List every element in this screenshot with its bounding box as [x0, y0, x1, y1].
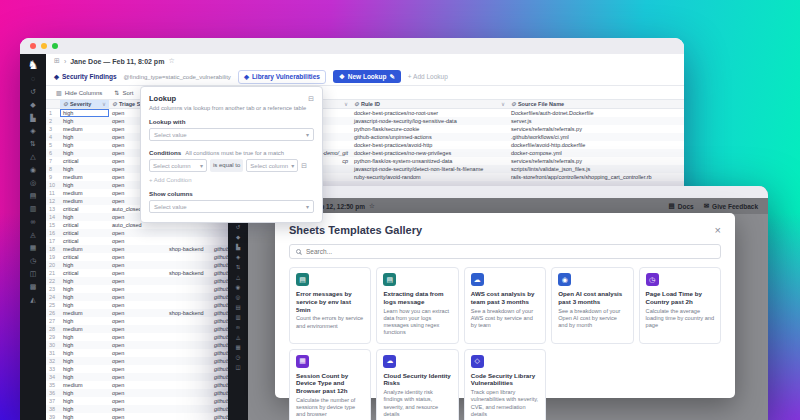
cell-severity[interactable]: high: [60, 133, 109, 141]
cell-service[interactable]: [166, 293, 211, 301]
cell-severity[interactable]: medium: [60, 245, 109, 253]
give-feedback-button[interactable]: ✉ Give Feedback: [704, 202, 758, 210]
cell-severity[interactable]: critical: [60, 269, 109, 277]
cell-rule-id[interactable]: python-flask/os-system-unsanitized-data: [351, 157, 508, 165]
sidebar-nav-icon[interactable]: ↺: [235, 222, 240, 232]
cell-severity[interactable]: critical: [60, 253, 109, 261]
cell-service[interactable]: [166, 397, 211, 405]
cell-triage-status[interactable]: open: [109, 245, 166, 253]
cell-severity[interactable]: medium: [60, 189, 109, 197]
cell-service[interactable]: [166, 381, 211, 389]
cell-triage-status[interactable]: open: [109, 301, 166, 309]
cell-triage-status[interactable]: open: [109, 405, 166, 413]
cell-severity[interactable]: high: [60, 397, 109, 405]
cell-severity[interactable]: medium: [60, 197, 109, 205]
trash-icon[interactable]: ⊟: [301, 162, 307, 170]
sidebar-nav-icon[interactable]: ◬: [30, 228, 37, 241]
sidebar-nav-icon[interactable]: ∞: [30, 215, 37, 228]
column-header-rule-id[interactable]: ⚙Rule ID ∨: [351, 100, 508, 108]
cell-severity[interactable]: critical: [60, 221, 109, 229]
column-header-source-file[interactable]: ⚙Source File Name: [508, 100, 684, 108]
cell-triage-status[interactable]: open: [109, 317, 166, 325]
cell-source-file[interactable]: services/referrals/referrals.py: [508, 157, 684, 165]
cell-rule-id[interactable]: ruby-security/avoid-random: [351, 173, 508, 181]
cell-service[interactable]: [166, 325, 211, 333]
cell-triage-status[interactable]: open: [109, 357, 166, 365]
hide-columns-button[interactable]: ▥ Hide Columns: [56, 89, 102, 96]
cell-triage-status[interactable]: open: [109, 325, 166, 333]
context-security-findings[interactable]: ◈ Security Findings: [54, 73, 117, 81]
add-lookup-button[interactable]: + Add Lookup: [408, 73, 448, 80]
cell-severity[interactable]: high: [60, 413, 109, 420]
cell-severity[interactable]: high: [60, 341, 109, 349]
cell-severity[interactable]: high: [60, 277, 109, 285]
cell-triage-status[interactable]: open: [109, 309, 166, 317]
cell-severity[interactable]: high: [60, 365, 109, 373]
cell-service[interactable]: [166, 365, 211, 373]
sidebar-nav-icon[interactable]: ◬: [235, 332, 240, 342]
template-card[interactable]: ◉ Open AI cost analysis past 3 months Se…: [551, 267, 633, 344]
cell-source-file[interactable]: services/referrals/referrals.py: [508, 125, 684, 133]
cell-severity[interactable]: high: [60, 357, 109, 365]
sidebar-nav-icon[interactable]: ◎: [235, 292, 240, 302]
cell-severity[interactable]: high: [60, 349, 109, 357]
cell-severity[interactable]: medium: [60, 381, 109, 389]
sidebar-nav-icon[interactable]: ◭: [30, 293, 37, 306]
cell-source-file[interactable]: Dockerfiles/auth-dotnet.Dockerfile: [508, 109, 684, 117]
cell-severity[interactable]: high: [60, 317, 109, 325]
cell-triage-status[interactable]: open: [109, 333, 166, 341]
cell-source-file[interactable]: docker-compose.yml: [508, 149, 684, 157]
cell-severity[interactable]: high: [60, 149, 109, 157]
cell-service[interactable]: [166, 237, 211, 245]
context-filter[interactable]: @finding_type=static_code_vulnerability: [124, 74, 231, 80]
cell-severity[interactable]: high: [60, 293, 109, 301]
cell-triage-status[interactable]: open: [109, 285, 166, 293]
cell-triage-status[interactable]: open: [109, 277, 166, 285]
cell-rule-id[interactable]: javascript-node-security/log-sensitive-d…: [351, 117, 508, 125]
cell-severity[interactable]: high: [60, 141, 109, 149]
cell-service[interactable]: [166, 349, 211, 357]
traffic-light-icon[interactable]: [30, 43, 36, 49]
cell-triage-status[interactable]: open: [109, 381, 166, 389]
sidebar-nav-icon[interactable]: ▙: [30, 111, 37, 124]
app-logo-icon[interactable]: ♞: [28, 58, 39, 72]
cell-service[interactable]: [166, 333, 211, 341]
cell-service[interactable]: [166, 261, 211, 269]
template-card[interactable]: ☁ Cloud Security Identity Risks Analyze …: [376, 349, 458, 420]
template-card[interactable]: ▤ Error messages by service by env last …: [289, 267, 371, 344]
cell-severity[interactable]: high: [60, 213, 109, 221]
cell-triage-status[interactable]: open: [109, 341, 166, 349]
sort-button[interactable]: ⇅ Sort: [114, 89, 133, 96]
docs-button[interactable]: ▤ Docs: [669, 202, 694, 210]
cell-triage-status[interactable]: open: [109, 373, 166, 381]
template-card[interactable]: ▦ Session Count by Device Type and Brows…: [289, 349, 371, 420]
cell-service[interactable]: [166, 373, 211, 381]
sidebar-nav-icon[interactable]: ◎: [30, 176, 37, 189]
cell-service[interactable]: [166, 389, 211, 397]
tab-library-vulnerabilities[interactable]: ◈ Library Vulnerabilities: [238, 70, 326, 84]
sidebar-nav-icon[interactable]: ◆: [30, 98, 37, 111]
sidebar-nav-icon[interactable]: ⇅: [235, 262, 240, 272]
sidebar-nav-icon[interactable]: ◷: [235, 352, 240, 362]
cell-service[interactable]: [166, 301, 211, 309]
add-condition-button[interactable]: + Add Condition: [149, 177, 314, 183]
sidebar-nav-icon[interactable]: ▥: [235, 312, 240, 322]
new-lookup-button[interactable]: ❖ New Lookup ✎: [333, 70, 401, 83]
cell-source-file[interactable]: .github/workflows/ci.yml: [508, 133, 684, 141]
template-search[interactable]: [289, 244, 721, 259]
sidebar-nav-icon[interactable]: ∞: [235, 322, 240, 332]
cell-service[interactable]: shop-backend: [166, 269, 211, 277]
cell-rule-id[interactable]: python-flask/secure-cookie: [351, 125, 508, 133]
cell-service[interactable]: [166, 341, 211, 349]
cell-severity[interactable]: high: [60, 109, 109, 117]
sidebar-nav-icon[interactable]: ◉: [30, 163, 37, 176]
cell-service[interactable]: [166, 317, 211, 325]
sidebar-nav-icon[interactable]: ⇅: [30, 137, 37, 150]
sidebar-nav-icon[interactable]: ◈: [30, 124, 37, 137]
cell-rule-id[interactable]: docker-best-practices/no-new-privileges: [351, 149, 508, 157]
traffic-light-icon[interactable]: [52, 43, 58, 49]
column-header-severity[interactable]: ⚙Severity ∨: [60, 100, 109, 108]
cell-rule-id[interactable]: javascript-node-security/detect-non-lite…: [351, 165, 508, 173]
cell-severity[interactable]: high: [60, 285, 109, 293]
sidebar-nav-icon[interactable]: ▦: [30, 241, 37, 254]
